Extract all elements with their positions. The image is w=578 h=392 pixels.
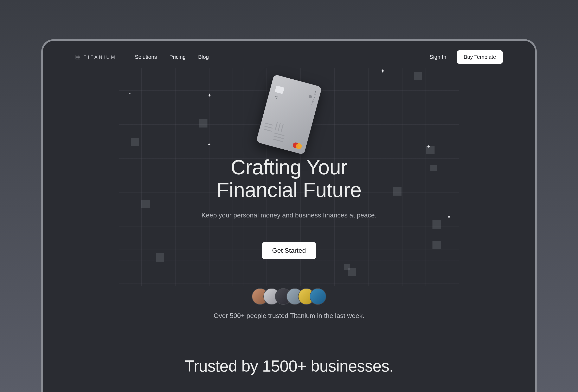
site-header: TITANIUM Solutions Pricing Blog Sign In … bbox=[64, 47, 514, 67]
hero-title-line2: Financial Future bbox=[217, 178, 361, 201]
businesses-heading: Trusted by 1500+ businesses. bbox=[64, 357, 514, 376]
brand-logo-icon bbox=[75, 54, 81, 60]
mastercard-icon bbox=[292, 142, 302, 150]
brand-logo[interactable]: TITANIUM bbox=[75, 54, 116, 60]
device-frame: ✦ ✦ ✦ ✦ ✦ ✦ TITANIUM Solutions Pricing B… bbox=[41, 39, 537, 392]
nav-blog[interactable]: Blog bbox=[198, 54, 209, 60]
card-pattern bbox=[261, 119, 290, 145]
sign-in-link[interactable]: Sign In bbox=[430, 54, 446, 60]
get-started-button[interactable]: Get Started bbox=[262, 242, 316, 259]
card-brand: TITANIUM bbox=[307, 89, 317, 105]
buy-template-button[interactable]: Buy Template bbox=[457, 50, 503, 64]
nav-pricing[interactable]: Pricing bbox=[169, 54, 186, 60]
card-brand-icon bbox=[308, 95, 312, 99]
nav-solutions[interactable]: Solutions bbox=[135, 54, 157, 60]
card-chip-icon bbox=[275, 86, 285, 94]
hero-title: Crafting Your Financial Future bbox=[64, 156, 514, 201]
avatar bbox=[310, 288, 326, 305]
hero-section: TITANIUM Crafting Your Financial Future … bbox=[64, 67, 514, 376]
card-brand-text: TITANIUM bbox=[311, 90, 317, 105]
credit-card-body: TITANIUM bbox=[256, 74, 322, 155]
header-actions: Sign In Buy Template bbox=[430, 50, 503, 64]
contactless-icon bbox=[274, 95, 279, 101]
avatar-stack bbox=[64, 288, 514, 305]
brand-name: TITANIUM bbox=[84, 54, 116, 60]
main-nav: Solutions Pricing Blog bbox=[135, 54, 209, 60]
hero-subtitle: Keep your personal money and business fi… bbox=[64, 212, 514, 219]
trust-text: Over 500+ people trusted Titanium in the… bbox=[64, 312, 514, 320]
credit-card-graphic: TITANIUM bbox=[256, 74, 322, 155]
hero-title-line1: Crafting Your bbox=[231, 156, 347, 179]
